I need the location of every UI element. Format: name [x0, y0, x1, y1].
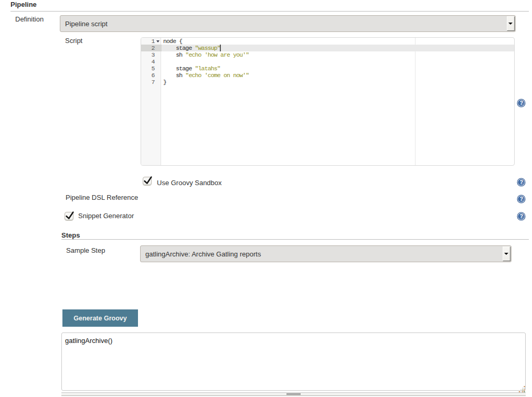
svg-text:?: ? [519, 196, 523, 202]
svg-text:?: ? [519, 100, 523, 106]
svg-text:?: ? [519, 179, 523, 185]
svg-text:?: ? [519, 213, 523, 219]
